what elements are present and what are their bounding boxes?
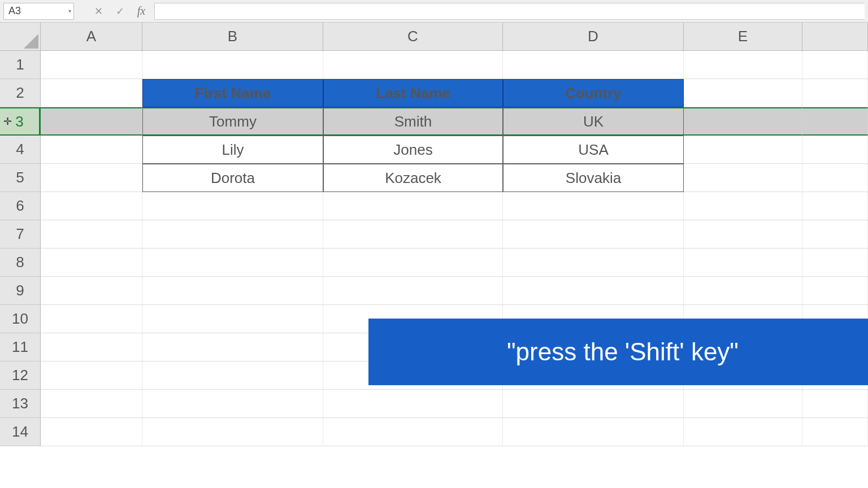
cell-E7[interactable] xyxy=(684,220,802,249)
cell-B14[interactable] xyxy=(142,418,323,446)
cell-rest-1[interactable] xyxy=(802,51,868,79)
col-head-A[interactable]: A xyxy=(41,23,142,51)
cell-D5[interactable]: Slovakia xyxy=(503,164,684,192)
row-head-14[interactable]: 14 xyxy=(0,418,41,446)
cell-A8[interactable] xyxy=(41,249,142,277)
cell-E1[interactable] xyxy=(684,51,802,79)
cell-B9[interactable] xyxy=(142,277,323,305)
cell-D9[interactable] xyxy=(503,277,684,305)
cell-rest-5[interactable] xyxy=(802,164,868,192)
cell-A12[interactable] xyxy=(41,361,142,390)
cell-B4[interactable]: Lily xyxy=(142,136,323,164)
fx-icon[interactable]: fx xyxy=(133,3,150,20)
cell-E8[interactable] xyxy=(684,249,802,277)
cell-A14[interactable] xyxy=(41,418,142,446)
table-header-first[interactable]: First Name xyxy=(142,79,323,107)
cell-A3[interactable] xyxy=(41,107,142,136)
cell-A2[interactable] xyxy=(41,79,142,107)
row-head-7[interactable]: 7 xyxy=(0,220,41,249)
cell-B11[interactable] xyxy=(142,333,323,361)
cell-B10[interactable] xyxy=(142,305,323,333)
cell-A9[interactable] xyxy=(41,277,142,305)
cancel-icon[interactable]: ✕ xyxy=(90,3,107,20)
row-head-1[interactable]: 1 xyxy=(0,51,41,79)
row-head-11[interactable]: 11 xyxy=(0,333,41,361)
row-head-12[interactable]: 12 xyxy=(0,361,41,390)
select-all-corner[interactable] xyxy=(0,23,41,51)
cell-rest-7[interactable] xyxy=(802,220,868,249)
cell-B1[interactable] xyxy=(142,51,323,79)
cell-C8[interactable] xyxy=(323,249,503,277)
name-box[interactable]: A3 ▾ xyxy=(3,3,74,20)
cell-D1[interactable] xyxy=(503,51,684,79)
cell-D4[interactable]: USA xyxy=(503,136,684,164)
cell-A5[interactable] xyxy=(41,164,142,192)
cell-B8[interactable] xyxy=(142,249,323,277)
cell-A1[interactable] xyxy=(41,51,142,79)
table-header-country[interactable]: Country xyxy=(503,79,684,107)
enter-icon[interactable]: ✓ xyxy=(111,3,128,20)
col-head-B[interactable]: B xyxy=(142,23,323,51)
cell-D7[interactable] xyxy=(503,220,684,249)
cell-E9[interactable] xyxy=(684,277,802,305)
cell-E14[interactable] xyxy=(684,418,802,446)
col-head-E[interactable]: E xyxy=(684,23,802,51)
cell-rest-3[interactable] xyxy=(802,107,868,136)
cell-C3[interactable]: Smith xyxy=(323,107,503,136)
cell-C4[interactable]: Jones xyxy=(323,136,503,164)
cell-B3[interactable]: Tommy xyxy=(142,107,323,136)
row-head-3[interactable]: ✛ 3 xyxy=(0,107,41,136)
name-box-value: A3 xyxy=(8,5,21,17)
name-box-dropdown-icon[interactable]: ▾ xyxy=(68,8,71,14)
cell-B6[interactable] xyxy=(142,192,323,220)
table-header-last[interactable]: Last Name xyxy=(323,79,503,107)
cell-D14[interactable] xyxy=(503,418,684,446)
row-head-13[interactable]: 13 xyxy=(0,390,41,418)
cell-A6[interactable] xyxy=(41,192,142,220)
cell-E13[interactable] xyxy=(684,390,802,418)
row-head-4[interactable]: 4 xyxy=(0,136,41,164)
cell-E4[interactable] xyxy=(684,136,802,164)
cell-rest-9[interactable] xyxy=(802,277,868,305)
cell-A13[interactable] xyxy=(41,390,142,418)
cell-E2[interactable] xyxy=(684,79,802,107)
cell-rest-13[interactable] xyxy=(802,390,868,418)
row-head-5[interactable]: 5 xyxy=(0,164,41,192)
cell-D8[interactable] xyxy=(503,249,684,277)
cell-A7[interactable] xyxy=(41,220,142,249)
col-head-rest[interactable] xyxy=(802,23,868,51)
cell-E5[interactable] xyxy=(684,164,802,192)
col-head-D[interactable]: D xyxy=(503,23,684,51)
cell-D3[interactable]: UK xyxy=(503,107,684,136)
row-head-6[interactable]: 6 xyxy=(0,192,41,220)
cell-D13[interactable] xyxy=(503,390,684,418)
cell-C6[interactable] xyxy=(323,192,503,220)
cell-C13[interactable] xyxy=(323,390,503,418)
cell-D6[interactable] xyxy=(503,192,684,220)
cell-C1[interactable] xyxy=(323,51,503,79)
cell-rest-14[interactable] xyxy=(802,418,868,446)
cell-C7[interactable] xyxy=(323,220,503,249)
cell-B13[interactable] xyxy=(142,390,323,418)
cell-E3[interactable] xyxy=(684,107,802,136)
cell-rest-8[interactable] xyxy=(802,249,868,277)
cell-A10[interactable] xyxy=(41,305,142,333)
cell-E6[interactable] xyxy=(684,192,802,220)
cell-A11[interactable] xyxy=(41,333,142,361)
cell-rest-2[interactable] xyxy=(802,79,868,107)
cell-rest-6[interactable] xyxy=(802,192,868,220)
cell-B7[interactable] xyxy=(142,220,323,249)
cell-C5[interactable]: Kozacek xyxy=(323,164,503,192)
cell-A4[interactable] xyxy=(41,136,142,164)
formula-input[interactable] xyxy=(154,3,865,20)
cell-C9[interactable] xyxy=(323,277,503,305)
row-head-9[interactable]: 9 xyxy=(0,277,41,305)
col-head-C[interactable]: C xyxy=(323,23,503,51)
cell-B5[interactable]: Dorota xyxy=(142,164,323,192)
row-head-8[interactable]: 8 xyxy=(0,249,41,277)
row-head-2[interactable]: 2 xyxy=(0,79,41,107)
cell-B12[interactable] xyxy=(142,361,323,390)
row-head-10[interactable]: 10 xyxy=(0,305,41,333)
cell-rest-4[interactable] xyxy=(802,136,868,164)
cell-C14[interactable] xyxy=(323,418,503,446)
